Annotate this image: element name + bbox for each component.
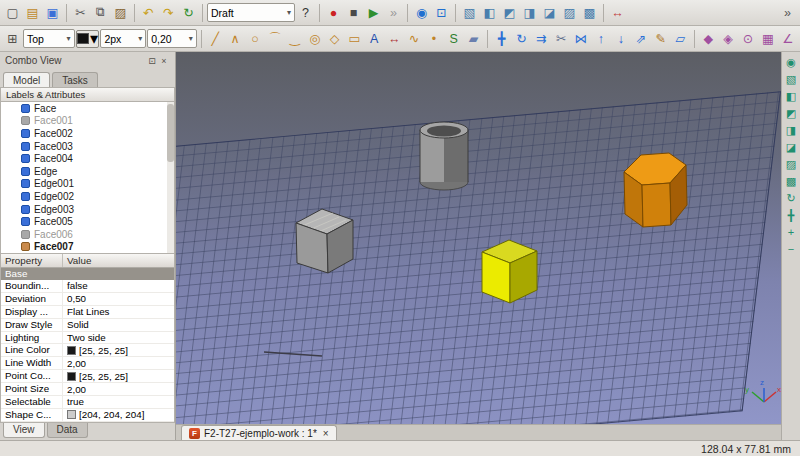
tree-item-edge001[interactable]: Edge001 [1, 178, 174, 191]
left-view-button[interactable]: ▩ [783, 173, 800, 189]
draft-line-object[interactable] [264, 352, 322, 356]
tree-item-face006[interactable]: Face006 [1, 228, 174, 241]
property-row-selectable[interactable]: Selectabletrue [1, 396, 174, 409]
front-view-button[interactable]: ◧ [480, 3, 499, 23]
cut-button[interactable]: ✂ [71, 3, 90, 23]
draft-join-button[interactable]: ⋈ [572, 29, 591, 49]
draft-rotate-button[interactable]: ↻ [512, 29, 531, 49]
workbench-selector[interactable]: Draft▾ [207, 3, 295, 22]
draft-shapestring-button[interactable]: S [444, 29, 463, 49]
front-view-button[interactable]: ◧ [783, 88, 800, 104]
snap-endpoint-button[interactable]: ◆ [699, 29, 718, 49]
left-view-button[interactable]: ▩ [580, 3, 599, 23]
tree-item-edge[interactable]: Edge [1, 165, 174, 178]
property-value[interactable]: Solid [63, 319, 174, 330]
tree-item-edge002[interactable]: Edge002 [1, 190, 174, 203]
draft-edit-button[interactable]: ✎ [651, 29, 670, 49]
toolbar-overflow-button[interactable]: » [778, 3, 797, 23]
line-width-selector[interactable]: 2px▾ [100, 29, 146, 48]
zoom-out-button[interactable]: − [783, 241, 800, 257]
tab-model[interactable]: Model [3, 72, 50, 87]
tree-item-edge003[interactable]: Edge003 [1, 203, 174, 216]
hex-prism-front-face[interactable] [642, 183, 671, 227]
zoom-in-button[interactable]: + [783, 224, 800, 240]
draft-bspline-button[interactable]: ∿ [405, 29, 424, 49]
property-row-boundin-[interactable]: Boundin...false [1, 280, 174, 293]
tree-item-face002[interactable]: Face002 [1, 127, 174, 140]
top-view-button[interactable]: ◩ [783, 105, 800, 121]
paste-button[interactable]: ▨ [111, 3, 130, 23]
property-value[interactable]: [25, 25, 25] [63, 345, 174, 356]
working-plane-selector[interactable]: Top▾ [23, 29, 75, 48]
copy-button[interactable]: ⧉ [91, 3, 110, 23]
draft-facebinder-button[interactable]: ▰ [464, 29, 483, 49]
property-row-lighting[interactable]: LightingTwo side [1, 332, 174, 345]
property-row-display-[interactable]: Display ...Flat Lines [1, 306, 174, 319]
new-document-button[interactable]: ▢ [3, 3, 22, 23]
draft-upgrade-button[interactable]: ↑ [591, 29, 610, 49]
3d-viewport[interactable]: xyz [176, 52, 781, 424]
property-row-shape-c-[interactable]: Shape C...[204, 204, 204] [1, 409, 174, 422]
draft-point-button[interactable]: • [424, 29, 443, 49]
whats-this-button[interactable]: ? [296, 3, 315, 23]
property-row-draw-style[interactable]: Draw StyleSolid [1, 319, 174, 332]
draft-trim-button[interactable]: ✂ [552, 29, 571, 49]
property-value[interactable]: Flat Lines [63, 306, 174, 317]
refresh-button[interactable]: ↻ [179, 3, 198, 23]
draft-downgrade-button[interactable]: ↓ [611, 29, 630, 49]
close-document-icon[interactable]: × [323, 428, 329, 439]
draft-line-button[interactable]: ╱ [206, 29, 225, 49]
tree-item-face001[interactable]: Face001 [1, 115, 174, 128]
tree-item-face005[interactable]: Face005 [1, 215, 174, 228]
property-value[interactable]: 2,00 [63, 384, 174, 395]
scale-selector[interactable]: 0,20▾ [147, 29, 197, 48]
cylinder-top-hole[interactable] [427, 126, 461, 137]
axonometric-view-button[interactable]: ▧ [783, 71, 800, 87]
draft-ellipse-button[interactable]: ◎ [305, 29, 324, 49]
snap-angle-button[interactable]: ∠ [778, 29, 797, 49]
draft-move-button[interactable]: ╋ [492, 29, 511, 49]
draft-text-button[interactable]: A [365, 29, 384, 49]
draft-rectangle-button[interactable]: ▭ [345, 29, 364, 49]
property-group-base[interactable]: Base [1, 268, 174, 280]
document-tab[interactable]: F F2-T27-ejemplo-work : 1* × [181, 425, 337, 440]
rotate-view-button[interactable]: ↻ [783, 190, 800, 206]
macro-stop-button[interactable]: ■ [344, 3, 363, 23]
tree-item-face007[interactable]: Face007 [1, 241, 174, 254]
tree-item-face003[interactable]: Face003 [1, 140, 174, 153]
rear-view-button[interactable]: ◪ [540, 3, 559, 23]
tab-tasks[interactable]: Tasks [52, 72, 98, 87]
redo-button[interactable]: ↷ [159, 3, 178, 23]
property-value[interactable]: true [63, 396, 174, 407]
bottom-view-button[interactable]: ▨ [560, 3, 579, 23]
draft-dimension-button[interactable]: ↔ [385, 29, 404, 49]
tree-scrollbar-thumb[interactable] [167, 104, 174, 162]
tree-scrollbar[interactable] [167, 102, 174, 253]
rear-view-button[interactable]: ◪ [783, 139, 800, 155]
draft-offset-button[interactable]: ⇉ [532, 29, 551, 49]
property-value[interactable]: 0,50 [63, 293, 174, 304]
property-value[interactable]: Two side [63, 332, 174, 343]
property-row-point-size[interactable]: Point Size2,00 [1, 383, 174, 396]
snap-midpoint-button[interactable]: ◈ [719, 29, 738, 49]
draft-subelement-button[interactable]: ▱ [671, 29, 690, 49]
line-color-button[interactable]: ▾ [76, 30, 100, 48]
macro-execute-button[interactable]: ▶ [364, 3, 383, 23]
tree-item-face004[interactable]: Face004 [1, 152, 174, 165]
top-view-button[interactable]: ◩ [500, 3, 519, 23]
dock-panel-icon[interactable]: ⊡ [146, 56, 158, 66]
property-value[interactable]: 2,00 [63, 358, 174, 369]
property-value[interactable]: false [63, 280, 174, 291]
undo-button[interactable]: ↶ [139, 3, 158, 23]
bottom-view-button[interactable]: ▨ [783, 156, 800, 172]
pan-view-button[interactable]: ╋ [783, 207, 800, 223]
working-plane-icon[interactable]: ⊞ [3, 29, 22, 49]
snap-grid-button[interactable]: ▦ [758, 29, 777, 49]
draft-polygon-button[interactable]: ◇ [325, 29, 344, 49]
open-document-button[interactable]: ▤ [23, 3, 42, 23]
draft-arc-3points-button[interactable]: ‿ [285, 29, 304, 49]
close-panel-icon[interactable]: × [158, 56, 170, 66]
draft-scale-button[interactable]: ⇗ [631, 29, 650, 49]
tab-data[interactable]: Data [47, 423, 88, 438]
model-tree[interactable]: FaceFace001Face002Face003Face004EdgeEdge… [0, 102, 175, 254]
